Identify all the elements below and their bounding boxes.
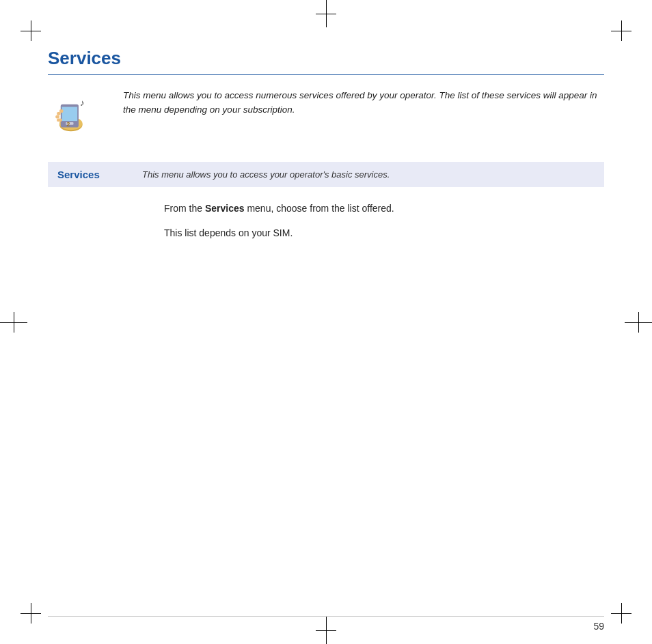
svg-rect-6 bbox=[55, 115, 59, 119]
page-title: Services bbox=[48, 48, 604, 75]
menu-row-description: This menu allows you to access your oper… bbox=[142, 169, 390, 180]
services-icon: ♪ 2 bbox=[48, 92, 109, 145]
intro-description: This menu allows you to access numerous … bbox=[123, 89, 604, 117]
menu-row: Services This menu allows you to access … bbox=[48, 162, 604, 187]
page-content: Services ♪ 2 bbox=[48, 48, 604, 603]
svg-rect-5 bbox=[57, 118, 62, 122]
crosshair-right bbox=[625, 312, 652, 333]
svg-text:♪: ♪ bbox=[80, 98, 85, 108]
crosshair-bottom bbox=[316, 617, 336, 644]
intro-section: ♪ 2 This menu allows you to access numer… bbox=[48, 89, 604, 145]
services-bold: Services bbox=[205, 203, 245, 214]
crosshair-left bbox=[0, 312, 27, 333]
corner-mark-bl bbox=[21, 603, 41, 624]
svg-text:2: 2 bbox=[66, 121, 70, 128]
svg-rect-8 bbox=[59, 109, 64, 113]
corner-mark-tr bbox=[611, 20, 631, 41]
body-paragraph-1: From the Services menu, choose from the … bbox=[48, 201, 604, 216]
page-number: 59 bbox=[593, 621, 604, 632]
svg-rect-3 bbox=[62, 107, 78, 122]
bottom-rule bbox=[48, 616, 604, 617]
corner-mark-br bbox=[611, 603, 631, 624]
crosshair-top bbox=[316, 0, 336, 27]
corner-mark-tl bbox=[21, 20, 41, 41]
menu-row-label: Services bbox=[57, 169, 126, 180]
body-paragraph-2: This list depends on your SIM. bbox=[48, 225, 604, 240]
